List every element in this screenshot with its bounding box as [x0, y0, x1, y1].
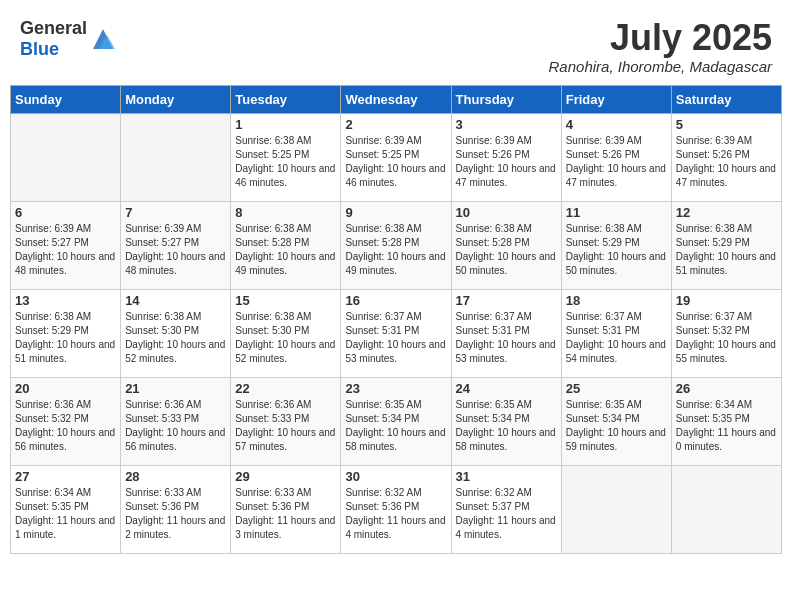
day-detail: Sunrise: 6:38 AMSunset: 5:29 PMDaylight:…	[15, 310, 116, 366]
day-detail: Sunrise: 6:36 AMSunset: 5:33 PMDaylight:…	[125, 398, 226, 454]
calendar-week-row: 1Sunrise: 6:38 AMSunset: 5:25 PMDaylight…	[11, 113, 782, 201]
calendar-cell: 18Sunrise: 6:37 AMSunset: 5:31 PMDayligh…	[561, 289, 671, 377]
day-number: 16	[345, 293, 446, 308]
calendar-cell	[561, 465, 671, 553]
day-number: 20	[15, 381, 116, 396]
calendar-cell	[121, 113, 231, 201]
day-detail: Sunrise: 6:37 AMSunset: 5:31 PMDaylight:…	[345, 310, 446, 366]
day-number: 4	[566, 117, 667, 132]
location-subtitle: Ranohira, Ihorombe, Madagascar	[549, 58, 772, 75]
day-detail: Sunrise: 6:38 AMSunset: 5:30 PMDaylight:…	[235, 310, 336, 366]
day-number: 12	[676, 205, 777, 220]
calendar-cell	[11, 113, 121, 201]
logo-blue: Blue	[20, 39, 59, 59]
day-number: 9	[345, 205, 446, 220]
weekday-header-wednesday: Wednesday	[341, 85, 451, 113]
day-detail: Sunrise: 6:38 AMSunset: 5:28 PMDaylight:…	[456, 222, 557, 278]
day-detail: Sunrise: 6:35 AMSunset: 5:34 PMDaylight:…	[345, 398, 446, 454]
day-detail: Sunrise: 6:39 AMSunset: 5:25 PMDaylight:…	[345, 134, 446, 190]
calendar-cell: 28Sunrise: 6:33 AMSunset: 5:36 PMDayligh…	[121, 465, 231, 553]
calendar-cell: 17Sunrise: 6:37 AMSunset: 5:31 PMDayligh…	[451, 289, 561, 377]
day-number: 5	[676, 117, 777, 132]
calendar-cell: 4Sunrise: 6:39 AMSunset: 5:26 PMDaylight…	[561, 113, 671, 201]
day-number: 2	[345, 117, 446, 132]
calendar-table: SundayMondayTuesdayWednesdayThursdayFrid…	[10, 85, 782, 554]
calendar-cell: 11Sunrise: 6:38 AMSunset: 5:29 PMDayligh…	[561, 201, 671, 289]
calendar-cell: 13Sunrise: 6:38 AMSunset: 5:29 PMDayligh…	[11, 289, 121, 377]
day-number: 22	[235, 381, 336, 396]
calendar-week-row: 20Sunrise: 6:36 AMSunset: 5:32 PMDayligh…	[11, 377, 782, 465]
day-detail: Sunrise: 6:32 AMSunset: 5:36 PMDaylight:…	[345, 486, 446, 542]
day-detail: Sunrise: 6:37 AMSunset: 5:32 PMDaylight:…	[676, 310, 777, 366]
day-number: 31	[456, 469, 557, 484]
day-detail: Sunrise: 6:39 AMSunset: 5:27 PMDaylight:…	[125, 222, 226, 278]
day-number: 23	[345, 381, 446, 396]
day-number: 7	[125, 205, 226, 220]
day-detail: Sunrise: 6:35 AMSunset: 5:34 PMDaylight:…	[566, 398, 667, 454]
calendar-cell: 30Sunrise: 6:32 AMSunset: 5:36 PMDayligh…	[341, 465, 451, 553]
weekday-header-friday: Friday	[561, 85, 671, 113]
weekday-header-sunday: Sunday	[11, 85, 121, 113]
day-number: 26	[676, 381, 777, 396]
calendar-week-row: 13Sunrise: 6:38 AMSunset: 5:29 PMDayligh…	[11, 289, 782, 377]
weekday-header-thursday: Thursday	[451, 85, 561, 113]
calendar-cell: 6Sunrise: 6:39 AMSunset: 5:27 PMDaylight…	[11, 201, 121, 289]
calendar-cell: 21Sunrise: 6:36 AMSunset: 5:33 PMDayligh…	[121, 377, 231, 465]
day-number: 1	[235, 117, 336, 132]
calendar-week-row: 6Sunrise: 6:39 AMSunset: 5:27 PMDaylight…	[11, 201, 782, 289]
day-detail: Sunrise: 6:33 AMSunset: 5:36 PMDaylight:…	[125, 486, 226, 542]
calendar-cell: 10Sunrise: 6:38 AMSunset: 5:28 PMDayligh…	[451, 201, 561, 289]
day-detail: Sunrise: 6:36 AMSunset: 5:32 PMDaylight:…	[15, 398, 116, 454]
day-detail: Sunrise: 6:34 AMSunset: 5:35 PMDaylight:…	[15, 486, 116, 542]
day-number: 30	[345, 469, 446, 484]
day-number: 11	[566, 205, 667, 220]
day-number: 3	[456, 117, 557, 132]
day-detail: Sunrise: 6:38 AMSunset: 5:29 PMDaylight:…	[676, 222, 777, 278]
day-detail: Sunrise: 6:36 AMSunset: 5:33 PMDaylight:…	[235, 398, 336, 454]
calendar-cell: 20Sunrise: 6:36 AMSunset: 5:32 PMDayligh…	[11, 377, 121, 465]
month-year-title: July 2025	[549, 18, 772, 58]
day-number: 24	[456, 381, 557, 396]
calendar-cell: 15Sunrise: 6:38 AMSunset: 5:30 PMDayligh…	[231, 289, 341, 377]
logo: General Blue	[20, 18, 117, 60]
calendar-cell: 25Sunrise: 6:35 AMSunset: 5:34 PMDayligh…	[561, 377, 671, 465]
day-number: 29	[235, 469, 336, 484]
weekday-header-tuesday: Tuesday	[231, 85, 341, 113]
day-number: 14	[125, 293, 226, 308]
day-detail: Sunrise: 6:39 AMSunset: 5:26 PMDaylight:…	[456, 134, 557, 190]
day-number: 25	[566, 381, 667, 396]
calendar-cell: 31Sunrise: 6:32 AMSunset: 5:37 PMDayligh…	[451, 465, 561, 553]
calendar-cell: 1Sunrise: 6:38 AMSunset: 5:25 PMDaylight…	[231, 113, 341, 201]
calendar-cell: 16Sunrise: 6:37 AMSunset: 5:31 PMDayligh…	[341, 289, 451, 377]
calendar-cell: 5Sunrise: 6:39 AMSunset: 5:26 PMDaylight…	[671, 113, 781, 201]
calendar-cell: 19Sunrise: 6:37 AMSunset: 5:32 PMDayligh…	[671, 289, 781, 377]
page-header: General Blue July 2025 Ranohira, Ihoromb…	[10, 10, 782, 79]
day-number: 15	[235, 293, 336, 308]
logo-general: General	[20, 18, 87, 38]
day-detail: Sunrise: 6:32 AMSunset: 5:37 PMDaylight:…	[456, 486, 557, 542]
calendar-cell	[671, 465, 781, 553]
calendar-cell: 9Sunrise: 6:38 AMSunset: 5:28 PMDaylight…	[341, 201, 451, 289]
day-detail: Sunrise: 6:39 AMSunset: 5:27 PMDaylight:…	[15, 222, 116, 278]
weekday-header-saturday: Saturday	[671, 85, 781, 113]
day-detail: Sunrise: 6:38 AMSunset: 5:28 PMDaylight:…	[235, 222, 336, 278]
calendar-cell: 14Sunrise: 6:38 AMSunset: 5:30 PMDayligh…	[121, 289, 231, 377]
day-number: 6	[15, 205, 116, 220]
calendar-cell: 22Sunrise: 6:36 AMSunset: 5:33 PMDayligh…	[231, 377, 341, 465]
day-detail: Sunrise: 6:34 AMSunset: 5:35 PMDaylight:…	[676, 398, 777, 454]
day-number: 17	[456, 293, 557, 308]
day-detail: Sunrise: 6:38 AMSunset: 5:28 PMDaylight:…	[345, 222, 446, 278]
day-number: 10	[456, 205, 557, 220]
day-number: 8	[235, 205, 336, 220]
day-number: 27	[15, 469, 116, 484]
day-number: 28	[125, 469, 226, 484]
day-detail: Sunrise: 6:38 AMSunset: 5:25 PMDaylight:…	[235, 134, 336, 190]
day-number: 18	[566, 293, 667, 308]
calendar-cell: 8Sunrise: 6:38 AMSunset: 5:28 PMDaylight…	[231, 201, 341, 289]
day-detail: Sunrise: 6:37 AMSunset: 5:31 PMDaylight:…	[456, 310, 557, 366]
calendar-cell: 27Sunrise: 6:34 AMSunset: 5:35 PMDayligh…	[11, 465, 121, 553]
day-detail: Sunrise: 6:38 AMSunset: 5:30 PMDaylight:…	[125, 310, 226, 366]
calendar-cell: 7Sunrise: 6:39 AMSunset: 5:27 PMDaylight…	[121, 201, 231, 289]
calendar-cell: 24Sunrise: 6:35 AMSunset: 5:34 PMDayligh…	[451, 377, 561, 465]
calendar-cell: 29Sunrise: 6:33 AMSunset: 5:36 PMDayligh…	[231, 465, 341, 553]
